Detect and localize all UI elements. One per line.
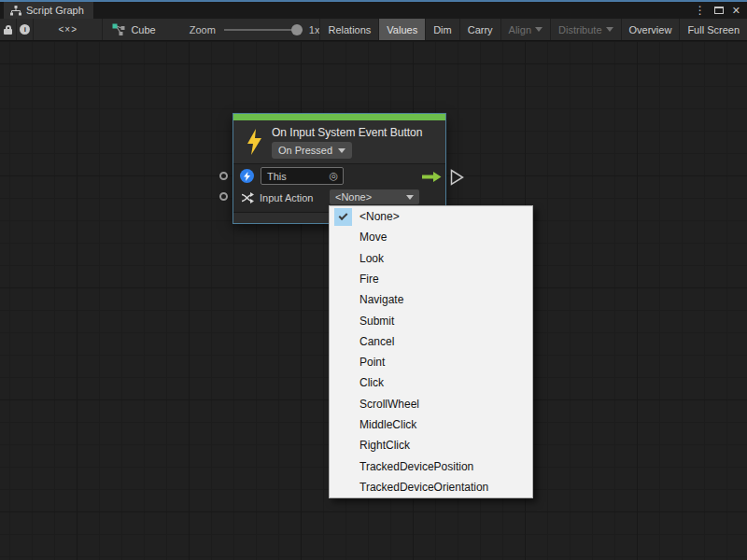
lightning-icon [246,129,263,155]
this-label: This [261,171,329,182]
menu-item-label: TrackedDevicePosition [359,460,473,473]
menu-item-label: Move [359,231,387,244]
graph-reference[interactable]: Cube [112,23,155,35]
graph-asset-icon [112,23,125,35]
button-label: Overview [629,24,672,35]
graph-hierarchy-icon [10,6,21,16]
info-icon: i [20,24,30,35]
menu-item-label: <None> [359,210,400,223]
graph-name-label: Cube [131,24,155,35]
menu-item-submit[interactable]: Submit [330,310,532,330]
overflow-menu-icon[interactable]: ⋮ [695,5,706,16]
zoom-label: Zoom [190,24,216,35]
check-placeholder [334,395,352,413]
tab-label: Script Graph [26,5,84,16]
inspect-button[interactable]: i [17,19,34,40]
menu-item-trackeddeviceposition[interactable]: TrackedDevicePosition [330,455,532,476]
zoom-slider-thumb[interactable] [291,24,303,35]
toolbar-button-distribute[interactable]: Distribute [550,19,620,40]
zoom-value-label: 1x [309,24,320,35]
caret-down-icon [406,195,414,200]
node-title: On Input System Event Button [272,126,422,139]
toolbar-button-align[interactable]: Align [500,19,550,40]
tab-script-graph[interactable]: Script Graph [4,2,93,19]
menu-item-look[interactable]: Look [330,248,532,269]
input-action-dropdown[interactable]: <None> [330,189,419,204]
code-view-button[interactable]: <×> [34,19,103,40]
button-label: Dim [433,24,452,35]
menu-item-move[interactable]: Move [330,227,532,247]
button-label: Relations [328,24,371,35]
menu-item-fire[interactable]: Fire [330,269,532,289]
maximize-icon[interactable] [714,7,724,14]
trigger-input-port[interactable] [219,172,228,180]
menu-item-label: Fire [359,273,379,286]
menu-item-label: Submit [359,315,394,328]
check-placeholder [334,229,352,246]
lock-icon [4,25,12,35]
close-icon[interactable]: ✕ [732,6,740,16]
check-placeholder [334,374,352,392]
input-action-value: <None> [330,191,406,203]
menu-item-label: MiddleClick [359,418,416,431]
button-label: Carry [468,24,493,35]
menu-item-middleclick[interactable]: MiddleClick [330,414,532,435]
menu-item-cancel[interactable]: Cancel [330,331,532,352]
check-placeholder [334,270,352,287]
flow-arrow-icon [422,171,442,183]
graph-canvas[interactable]: On Input System Event Button On Pressed … [0,42,747,560]
toolbar-button-fullscreen[interactable]: Full Screen [679,19,747,40]
value-input-port[interactable] [219,192,228,201]
menu-item-label: Point [359,356,385,369]
toolbar-button-relations[interactable]: Relations [319,19,378,40]
check-placeholder [334,249,352,267]
check-placeholder [334,457,352,475]
caret-down-icon [338,148,345,153]
this-input-field[interactable]: This ◎ [261,167,344,185]
menu-item-label: Navigate [359,293,403,306]
toolbar-button-overview[interactable]: Overview [621,19,680,40]
check-placeholder [334,291,352,309]
unity-visual-scripting-window: Script Graph ⋮ ✕ i <×> Cube [0,0,747,560]
node-accent-bar [233,114,445,120]
toolbar-button-values[interactable]: Values [378,19,425,40]
check-icon [334,208,352,226]
menu-item-label: Click [359,376,384,389]
check-placeholder [334,415,352,433]
gameobject-port-icon [240,169,254,183]
caret-down-icon [535,27,543,32]
menu-item-rightclick[interactable]: RightClick [330,435,532,455]
toolbar-right-group: Relations Values Dim Carry Align Distrib… [319,19,747,40]
check-placeholder [334,437,352,455]
input-action-label: Input Action [260,192,314,203]
menu-item-navigate[interactable]: Navigate [330,289,532,310]
object-picker-icon[interactable]: ◎ [329,170,343,182]
window-controls: ⋮ ✕ [695,2,747,19]
toolbar-button-dim[interactable]: Dim [425,19,459,40]
button-label: Align [509,24,531,35]
menu-item-none[interactable]: <None> [330,206,532,227]
menu-item-label: TrackedDeviceOrientation [359,481,488,494]
menu-item-label: Look [359,252,384,265]
node-body: This ◎ Input Action <None> [233,163,445,211]
check-placeholder [334,478,352,496]
trigger-dropdown[interactable]: On Pressed [272,142,352,159]
window-focus-line [0,0,747,2]
lock-button[interactable] [0,19,17,40]
menu-item-point[interactable]: Point [330,352,532,372]
button-label: Distribute [558,24,601,35]
tab-bar: Script Graph ⋮ ✕ [0,2,747,19]
graph-toolbar: i <×> Cube Zoom 1x Relations [0,19,747,41]
menu-item-label: ScrollWheel [359,398,419,411]
menu-item-scrollwheel[interactable]: ScrollWheel [330,394,532,414]
menu-item-click[interactable]: Click [330,372,532,393]
check-placeholder [334,312,352,329]
menu-item-label: RightClick [359,439,410,452]
menu-item-trackeddeviceorientation[interactable]: TrackedDeviceOrientation [330,477,532,497]
trigger-output-port[interactable] [450,169,465,186]
zoom-slider[interactable] [224,24,303,35]
toolbar-button-carry[interactable]: Carry [459,19,500,40]
menu-item-label: Cancel [359,335,394,348]
input-action-icon [241,191,254,204]
caret-down-icon [606,27,613,32]
